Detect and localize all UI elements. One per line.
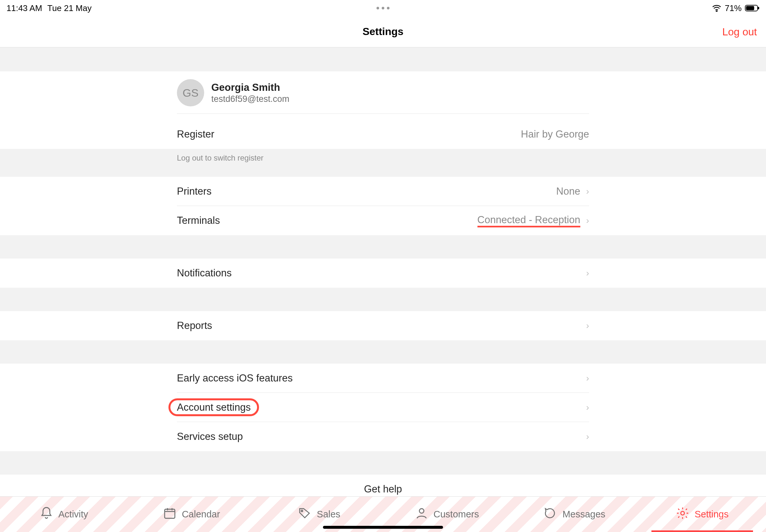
- reports-row[interactable]: Reports ›: [177, 311, 589, 340]
- battery-icon: [745, 5, 760, 12]
- printers-value: None: [556, 186, 580, 197]
- svg-point-7: [681, 511, 684, 515]
- register-note: Log out to switch register: [177, 153, 589, 163]
- printers-label: Printers: [177, 186, 212, 197]
- early-access-row[interactable]: Early access iOS features ›: [177, 364, 589, 393]
- printers-row[interactable]: Printers None ›: [177, 177, 589, 206]
- notifications-label: Notifications: [177, 267, 232, 279]
- wifi-icon: [712, 5, 722, 12]
- tab-calendar-label: Calendar: [182, 509, 220, 520]
- tab-messages[interactable]: Messages: [511, 497, 638, 532]
- register-row: Register Hair by George: [177, 120, 589, 149]
- services-setup-label: Services setup: [177, 431, 243, 442]
- chevron-right-icon: ›: [586, 269, 589, 278]
- profile-row[interactable]: GS Georgia Smith testd6f59@test.com: [177, 71, 589, 120]
- reports-label: Reports: [177, 320, 212, 332]
- gear-icon: [676, 506, 689, 522]
- get-help-label: Get help: [177, 483, 589, 495]
- status-time: 11:43 AM: [6, 3, 42, 13]
- svg-rect-4: [164, 509, 175, 518]
- svg-rect-2: [746, 6, 754, 10]
- tab-settings-label: Settings: [695, 509, 729, 520]
- early-access-label: Early access iOS features: [177, 372, 293, 384]
- tab-calendar[interactable]: Calendar: [128, 497, 255, 532]
- settings-content: GS Georgia Smith testd6f59@test.com Regi…: [0, 47, 766, 496]
- chevron-right-icon: ›: [586, 374, 589, 383]
- svg-rect-3: [758, 7, 759, 9]
- terminals-row[interactable]: Terminals Connected - Reception ›: [177, 206, 589, 235]
- profile-name: Georgia Smith: [211, 82, 289, 93]
- calendar-icon: [163, 506, 176, 522]
- register-value: Hair by George: [521, 128, 589, 140]
- svg-point-0: [716, 11, 717, 12]
- tab-activity[interactable]: Activity: [0, 497, 128, 532]
- tab-customers-label: Customers: [434, 509, 479, 520]
- tab-messages-label: Messages: [563, 509, 605, 520]
- chevron-right-icon: ›: [586, 432, 589, 441]
- chevron-right-icon: ›: [586, 187, 589, 196]
- register-label: Register: [177, 128, 214, 140]
- get-help-row[interactable]: Get help: [177, 475, 589, 496]
- status-battery-percent: 71%: [725, 3, 742, 13]
- tab-sales-label: Sales: [317, 509, 340, 520]
- account-settings-label: Account settings: [168, 398, 259, 416]
- svg-point-6: [420, 509, 424, 513]
- tab-activity-label: Activity: [58, 509, 88, 520]
- chevron-right-icon: ›: [586, 216, 589, 225]
- status-date: Tue 21 May: [47, 3, 91, 13]
- services-setup-row[interactable]: Services setup ›: [177, 422, 589, 451]
- account-settings-row[interactable]: Account settings ›: [177, 393, 589, 422]
- tag-icon: [298, 506, 311, 522]
- status-bar: 11:43 AM Tue 21 May 71%: [0, 0, 766, 16]
- terminals-value: Connected - Reception: [478, 214, 580, 227]
- terminals-label: Terminals: [177, 215, 220, 226]
- page-title: Settings: [362, 26, 404, 38]
- avatar: GS: [177, 79, 204, 106]
- nav-header: Settings Log out: [0, 16, 766, 47]
- chevron-right-icon: ›: [586, 403, 589, 412]
- profile-email: testd6f59@test.com: [211, 94, 289, 104]
- svg-point-5: [301, 510, 303, 512]
- home-indicator[interactable]: [323, 526, 443, 529]
- multitasking-dots[interactable]: [376, 7, 390, 9]
- bell-icon: [40, 506, 53, 522]
- user-icon: [415, 506, 429, 522]
- logout-button[interactable]: Log out: [722, 26, 757, 38]
- chevron-right-icon: ›: [586, 321, 589, 330]
- notifications-row[interactable]: Notifications ›: [177, 259, 589, 288]
- tab-settings[interactable]: Settings: [638, 497, 766, 532]
- chat-icon: [544, 506, 557, 522]
